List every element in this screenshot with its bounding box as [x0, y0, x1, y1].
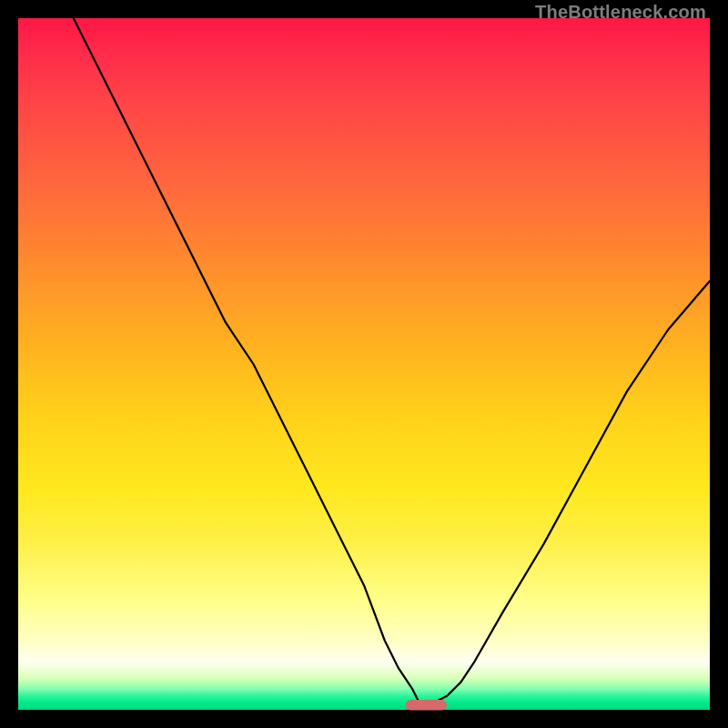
chart-frame: TheBottleneck.com: [0, 0, 728, 728]
chart-overlay: [18, 18, 710, 710]
bottleneck-curve: [74, 18, 710, 703]
optimum-marker: [406, 700, 448, 710]
